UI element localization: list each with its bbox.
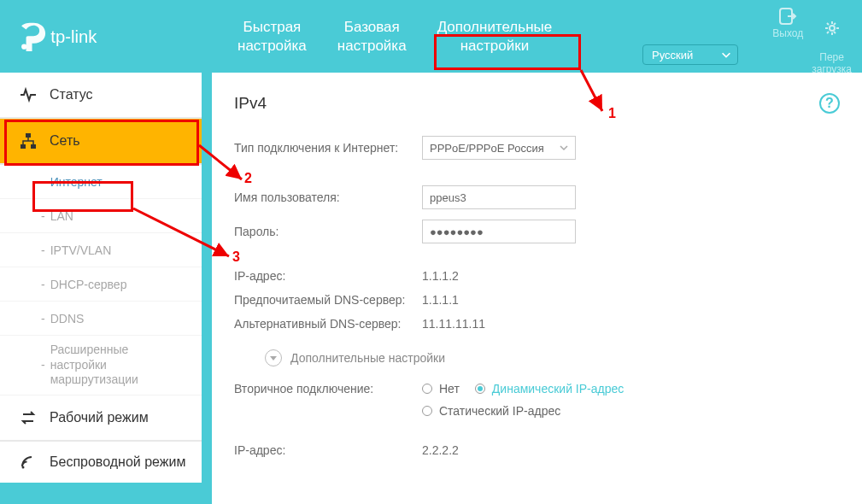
- svg-rect-4: [26, 133, 31, 138]
- sidebar-item-opmode[interactable]: Рабочий режим: [0, 396, 202, 442]
- advanced-settings-toggle[interactable]: Дополнительные настройки: [265, 349, 840, 366]
- svg-point-3: [830, 26, 835, 31]
- dns1-value: 1.1.1.1: [422, 293, 459, 307]
- radio-icon: [475, 384, 485, 394]
- sidebar-item-label: Сеть: [50, 133, 80, 149]
- radio-label-text: Статический IP-адрес: [439, 404, 560, 418]
- reboot-label: Пере загрузка: [812, 51, 852, 75]
- radio-icon: [422, 406, 432, 416]
- radio-label-text: Нет: [439, 382, 460, 396]
- help-button[interactable]: ?: [819, 93, 840, 114]
- logout-icon: [777, 7, 798, 26]
- network-icon: [19, 132, 38, 150]
- logout-label: Выход: [772, 27, 803, 39]
- section-title: IPv4: [234, 94, 267, 113]
- svg-text:tp-link: tp-link: [50, 27, 97, 46]
- sidebar-item-label: Рабочий режим: [50, 410, 149, 425]
- expand-icon: [265, 349, 282, 366]
- tab-quick-setup[interactable]: Быстрая настройка: [222, 18, 322, 55]
- password-label: Пароль:: [234, 225, 422, 238]
- svg-point-7: [22, 466, 25, 468]
- brand-logo: tp-link: [0, 20, 205, 54]
- tplink-logo-icon: tp-link: [19, 20, 138, 54]
- sidebar-sub-internet[interactable]: -Интернет: [0, 165, 202, 199]
- sidebar-network-submenu: -Интернет -LAN -IPTV/VLAN -DHCP-сервер -…: [0, 165, 202, 396]
- dns2-label: Альтернативный DNS-сервер:: [234, 317, 422, 331]
- password-input[interactable]: [422, 220, 576, 243]
- sidebar-sub-iptv[interactable]: -IPTV/VLAN: [0, 233, 202, 267]
- svg-rect-5: [21, 144, 26, 149]
- dns1-label: Предпочитаемый DNS-сервер:: [234, 293, 422, 307]
- sec-conn-label: Вторичное подключение:: [234, 382, 422, 396]
- sidebar-sub-lan[interactable]: -LAN: [0, 199, 202, 233]
- sidebar-item-label: Статус: [50, 87, 93, 103]
- ip-label: IP-адрес:: [234, 269, 422, 283]
- ip-value: 1.1.1.2: [422, 269, 459, 283]
- sidebar-sub-label: DDNS: [50, 312, 85, 325]
- dns2-value: 11.11.11.11: [422, 317, 485, 331]
- pulse-icon: [19, 85, 38, 104]
- radio-label-text: Динамический IP-адрес: [492, 382, 624, 396]
- tab-basic-setup[interactable]: Базовая настройка: [322, 18, 422, 55]
- ip2-label: IP-адрес:: [234, 443, 422, 457]
- sidebar-sub-routing[interactable]: -Расширенные настройки маршрутизации: [0, 336, 202, 396]
- conn-type-select[interactable]: PPPoE/PPPoE Россия: [422, 136, 576, 160]
- chevron-down-icon: [720, 49, 732, 61]
- sidebar-sub-label: IPTV/VLAN: [50, 243, 112, 257]
- language-select[interactable]: Русский: [642, 44, 738, 65]
- sidebar-sub-label: Интернет: [50, 175, 103, 189]
- sidebar-sub-label: LAN: [50, 209, 73, 223]
- sidebar-sub-label: DHCP-сервер: [50, 278, 127, 291]
- sidebar-item-network[interactable]: Сеть: [0, 119, 202, 165]
- username-label: Имя пользователя:: [234, 190, 422, 204]
- svg-point-0: [21, 44, 26, 49]
- swap-icon: [19, 408, 38, 427]
- reboot-button[interactable]: Пере загрузка: [812, 7, 852, 75]
- svg-rect-6: [31, 144, 36, 149]
- wifi-icon: [19, 453, 38, 472]
- username-input[interactable]: [422, 185, 576, 209]
- reboot-icon: [822, 19, 842, 38]
- sidebar-sub-label: Расширенные настройки маршрутизации: [50, 343, 170, 388]
- language-value: Русский: [652, 49, 693, 62]
- tab-advanced-setup[interactable]: Дополнительные настройки: [422, 18, 568, 55]
- radio-icon: [422, 384, 432, 394]
- sidebar-item-label: Беспроводной режим: [50, 454, 185, 470]
- sidebar-item-status[interactable]: Статус: [0, 73, 202, 119]
- conn-type-label: Тип подключения к Интернет:: [234, 141, 422, 155]
- sidebar-sub-dhcp[interactable]: -DHCP-сервер: [0, 267, 202, 302]
- ip2-value: 2.2.2.2: [422, 443, 459, 457]
- sidebar-sub-ddns[interactable]: -DDNS: [0, 302, 202, 336]
- advanced-settings-label: Дополнительные настройки: [290, 351, 445, 365]
- conn-type-value: PPPoE/PPPoE Россия: [430, 142, 544, 155]
- logout-button[interactable]: Выход: [772, 7, 803, 39]
- radio-dynamic-ip[interactable]: Динамический IP-адрес: [475, 382, 624, 396]
- chevron-down-icon: [560, 144, 568, 152]
- radio-none[interactable]: Нет: [422, 382, 460, 396]
- radio-static-ip[interactable]: Статический IP-адрес: [422, 404, 560, 418]
- sidebar-item-wireless[interactable]: Беспроводной режим: [0, 442, 202, 483]
